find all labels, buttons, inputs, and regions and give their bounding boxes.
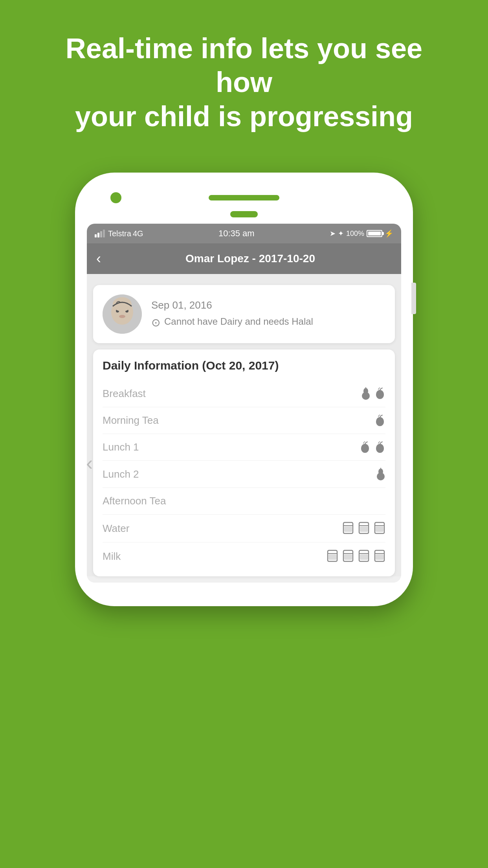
- back-chevron-icon[interactable]: ‹: [87, 451, 93, 475]
- meal-row-morning-tea: Morning Tea: [103, 407, 385, 434]
- svg-rect-20: [376, 526, 383, 532]
- signal-bars: [95, 230, 105, 237]
- cup-icon-3: [374, 522, 385, 535]
- svg-rect-17: [360, 526, 368, 532]
- headline-text2: your child is progressing: [75, 101, 413, 132]
- apple-icon-3: [360, 441, 371, 453]
- back-button[interactable]: ‹: [96, 250, 101, 267]
- meal-icons-milk: [327, 550, 385, 563]
- bluetooth-icon: ✦: [338, 229, 344, 238]
- meal-name-lunch1: Lunch 1: [103, 441, 139, 453]
- signal-bar-2: [97, 233, 99, 237]
- cup-icon-1: [342, 522, 354, 535]
- meal-name-breakfast: Breakfast: [103, 388, 146, 400]
- meal-row-lunch2: Lunch 2: [103, 461, 385, 488]
- phone-device: Telstra 4G 10:35 am ➤ ✦ 100% ⚡: [75, 173, 413, 606]
- svg-point-4: [119, 315, 125, 318]
- meal-row-lunch1: Lunch 1: [103, 434, 385, 461]
- svg-point-7: [363, 388, 368, 394]
- cup-icon-2: [358, 522, 370, 535]
- alert-icon: ⊙: [151, 316, 160, 329]
- avatar: [103, 294, 142, 334]
- status-right: ➤ ✦ 100% ⚡: [330, 229, 393, 238]
- meal-name-lunch2: Lunch 2: [103, 468, 139, 480]
- location-icon: ➤: [330, 229, 336, 238]
- meal-row-milk: Milk: [103, 542, 385, 570]
- meal-name-water: Water: [103, 522, 129, 535]
- cup-icon-6: [358, 550, 370, 563]
- pear-icon: [361, 387, 371, 400]
- svg-rect-32: [376, 554, 383, 560]
- meal-name-morning-tea: Morning Tea: [103, 414, 159, 427]
- charging-icon: ⚡: [385, 229, 393, 238]
- svg-point-10: [378, 469, 383, 475]
- svg-rect-26: [344, 554, 352, 560]
- meal-name-milk: Milk: [103, 550, 121, 563]
- profile-card: Sep 01, 2016 ⊙ Cannot have Dairy and nee…: [93, 285, 395, 343]
- phone-speaker: [209, 195, 279, 200]
- meal-icons-lunch1: [360, 441, 385, 453]
- svg-rect-14: [344, 526, 352, 532]
- pear-icon-2: [376, 468, 385, 480]
- phone-wrapper: Telstra 4G 10:35 am ➤ ✦ 100% ⚡: [0, 157, 488, 606]
- headline: Real-time info lets you see how your chi…: [0, 0, 488, 157]
- cup-icon-4: [327, 550, 338, 563]
- phone-sensor: [230, 211, 258, 217]
- meal-icons-breakfast: [361, 387, 385, 400]
- nav-title: Omar Lopez - 2017-10-20: [109, 252, 392, 265]
- apple-icon-4: [374, 441, 385, 453]
- profile-info: Sep 01, 2016 ⊙ Cannot have Dairy and nee…: [151, 299, 385, 329]
- phone-camera: [110, 192, 121, 203]
- profile-date: Sep 01, 2016: [151, 299, 385, 311]
- svg-rect-23: [328, 554, 336, 560]
- meal-row-water: Water: [103, 515, 385, 542]
- signal-bar-3: [100, 231, 102, 237]
- profile-alert: ⊙ Cannot have Dairy and needs Halal: [151, 315, 385, 329]
- nav-bar: ‹ Omar Lopez - 2017-10-20: [87, 243, 401, 274]
- apple-icon: [374, 388, 385, 399]
- avatar-image: [103, 294, 142, 334]
- signal-bar-4: [103, 230, 105, 237]
- meal-row-breakfast: Breakfast: [103, 380, 385, 407]
- meal-icons-water: [342, 522, 385, 535]
- apple-icon-2: [374, 415, 385, 427]
- battery-icon: [367, 230, 382, 237]
- status-time: 10:35 am: [218, 228, 255, 239]
- phone-sensor-row: [87, 211, 401, 217]
- daily-section: ‹ Daily Information (Oct 20, 2017) Break…: [93, 349, 395, 576]
- headline-text: Real-time info lets you see how: [66, 33, 422, 98]
- signal-bar-1: [95, 234, 97, 237]
- page-background: Real-time info lets you see how your chi…: [0, 0, 488, 606]
- meal-row-afternoon-tea: Afternoon Tea: [103, 488, 385, 515]
- alert-text: Cannot have Dairy and needs Halal: [164, 315, 313, 327]
- phone-side-button: [411, 283, 416, 314]
- network-type: 4G: [133, 229, 143, 238]
- meal-icons-morning-tea: [374, 415, 385, 427]
- svg-rect-29: [360, 554, 368, 560]
- status-left: Telstra 4G: [95, 229, 143, 238]
- battery-fill: [368, 232, 381, 235]
- meal-icons-lunch2: [376, 468, 385, 480]
- status-bar: Telstra 4G 10:35 am ➤ ✦ 100% ⚡: [87, 224, 401, 243]
- battery-percent: 100%: [346, 230, 364, 238]
- cup-icon-7: [374, 550, 385, 563]
- phone-top: [87, 192, 401, 211]
- meal-name-afternoon-tea: Afternoon Tea: [103, 495, 166, 507]
- phone-screen: Telstra 4G 10:35 am ➤ ✦ 100% ⚡: [87, 224, 401, 583]
- daily-info-title: Daily Information (Oct 20, 2017): [103, 359, 385, 372]
- carrier-name: Telstra: [108, 229, 131, 238]
- cup-icon-5: [342, 550, 354, 563]
